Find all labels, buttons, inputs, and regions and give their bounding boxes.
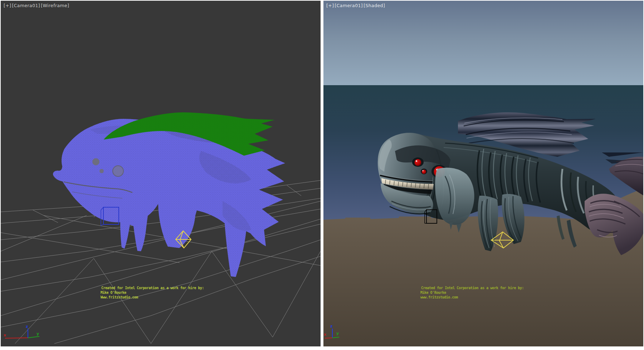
shaded-canvas[interactable]: Created for Intel Corporation as a work … — [323, 1, 643, 346]
wireframe-canvas[interactable]: Created for Intel Corporation as a work … — [1, 1, 321, 346]
viewport-menu-expand[interactable]: [+] — [4, 3, 11, 8]
viewport-wireframe[interactable]: [+][Camera01][Wireframe] — [1, 1, 321, 346]
axis-z-label: z — [330, 324, 332, 329]
viewport-menu-camera[interactable]: [Camera01] — [335, 3, 363, 8]
fish-eye-small — [92, 158, 99, 165]
axis-x-label: x — [4, 333, 6, 337]
viewport-menu-expand[interactable]: [+] — [326, 3, 334, 8]
axis-x-label: x — [324, 332, 326, 337]
creature-eye-tiny — [422, 170, 426, 174]
viewport-menu-camera[interactable]: [Camera01] — [12, 3, 40, 8]
fish-eye-tiny — [99, 169, 104, 173]
sky — [323, 1, 643, 85]
viewport-shaded[interactable]: Created for Intel Corporation as a work … — [323, 1, 643, 346]
axis-y-label: y — [36, 331, 39, 336]
viewport-label: [+][Camera01][Wireframe] — [4, 3, 70, 8]
axis-y-label: y — [336, 331, 339, 336]
creature-eye-small — [415, 159, 421, 166]
eye-glint — [416, 160, 417, 162]
viewport-menu-shading[interactable]: [Shaded] — [364, 3, 385, 8]
dual-viewport-stage: [+][Camera01][Wireframe] — [0, 0, 644, 350]
viewport-menu-shading[interactable]: [Wireframe] — [41, 3, 69, 8]
axis-z-label: z — [26, 324, 28, 329]
eye-glint — [423, 170, 424, 171]
viewport-label: [+][Camera01][Shaded] — [326, 3, 386, 8]
